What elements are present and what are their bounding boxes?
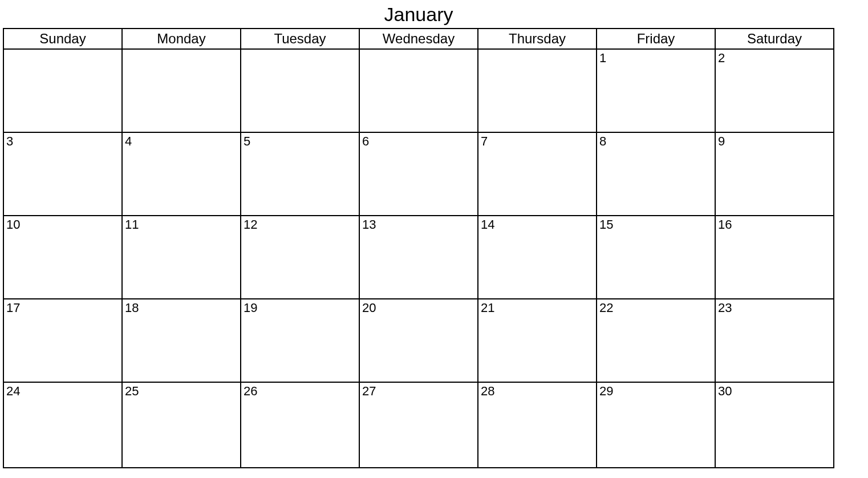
- day-cell[interactable]: 2: [715, 49, 834, 132]
- day-cell[interactable]: 16: [715, 216, 834, 299]
- day-cell[interactable]: [241, 49, 359, 132]
- day-header-monday: Monday: [122, 29, 241, 49]
- day-cell[interactable]: 19: [241, 299, 359, 382]
- week-row: 10 11 12 13 14 15 16: [3, 216, 834, 299]
- day-cell[interactable]: 13: [359, 216, 478, 299]
- day-cell[interactable]: [122, 49, 241, 132]
- day-cell[interactable]: 20: [359, 299, 478, 382]
- day-cell[interactable]: 21: [478, 299, 597, 382]
- day-cell[interactable]: 17: [3, 299, 122, 382]
- week-row: 3 4 5 6 7 8 9: [3, 132, 834, 216]
- day-cell[interactable]: 26: [241, 382, 359, 468]
- day-cell[interactable]: 7: [478, 132, 597, 216]
- week-row: 1 2: [3, 49, 834, 132]
- week-row: 17 18 19 20 21 22 23: [3, 299, 834, 382]
- calendar-container: January Sunday Monday Tuesday Wednesday …: [3, 0, 834, 468]
- day-header-tuesday: Tuesday: [241, 29, 359, 49]
- day-cell[interactable]: 11: [122, 216, 241, 299]
- week-row: 24 25 26 27 28 29 30: [3, 382, 834, 468]
- calendar-table: Sunday Monday Tuesday Wednesday Thursday…: [3, 28, 834, 468]
- day-cell[interactable]: [359, 49, 478, 132]
- day-cell[interactable]: 29: [597, 382, 715, 468]
- day-cell[interactable]: 5: [241, 132, 359, 216]
- day-cell[interactable]: 6: [359, 132, 478, 216]
- day-cell[interactable]: 3: [3, 132, 122, 216]
- day-cell[interactable]: 14: [478, 216, 597, 299]
- day-header-sunday: Sunday: [3, 29, 122, 49]
- day-cell[interactable]: 9: [715, 132, 834, 216]
- day-cell[interactable]: 25: [122, 382, 241, 468]
- day-cell[interactable]: 22: [597, 299, 715, 382]
- day-header-saturday: Saturday: [715, 29, 834, 49]
- day-cell[interactable]: 30: [715, 382, 834, 468]
- day-cell[interactable]: 24: [3, 382, 122, 468]
- day-cell[interactable]: 8: [597, 132, 715, 216]
- day-cell[interactable]: 12: [241, 216, 359, 299]
- day-cell[interactable]: 1: [597, 49, 715, 132]
- day-cell[interactable]: 23: [715, 299, 834, 382]
- day-cell[interactable]: 28: [478, 382, 597, 468]
- day-cell[interactable]: 27: [359, 382, 478, 468]
- day-cell[interactable]: 10: [3, 216, 122, 299]
- day-cell[interactable]: [3, 49, 122, 132]
- day-cell[interactable]: 18: [122, 299, 241, 382]
- month-title: January: [3, 0, 834, 28]
- day-header-friday: Friday: [597, 29, 715, 49]
- day-header-wednesday: Wednesday: [359, 29, 478, 49]
- day-cell[interactable]: 4: [122, 132, 241, 216]
- day-cell[interactable]: 15: [597, 216, 715, 299]
- day-header-thursday: Thursday: [478, 29, 597, 49]
- day-cell[interactable]: [478, 49, 597, 132]
- day-header-row: Sunday Monday Tuesday Wednesday Thursday…: [3, 29, 834, 49]
